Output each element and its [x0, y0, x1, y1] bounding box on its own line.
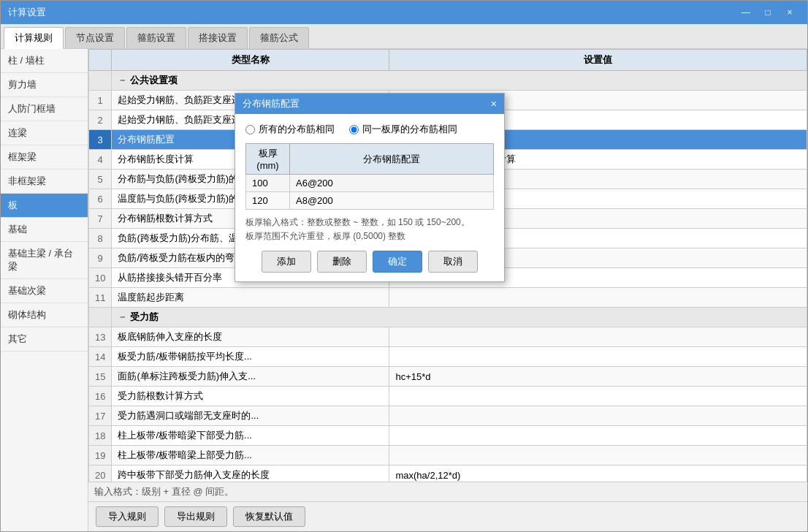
- restore-button[interactable]: □: [758, 5, 778, 20]
- close-button[interactable]: ×: [780, 5, 800, 20]
- inner-col-thickness: 板厚(mm): [246, 144, 290, 175]
- dialog-overlay: 分布钢筋配置 × 所有的分布筋相同 同一板厚的分布筋相同: [88, 49, 807, 531]
- window-controls: — □ ×: [736, 5, 800, 20]
- dialog-title: 分布钢筋配置: [243, 97, 300, 110]
- sidebar-item-coupling-beam[interactable]: 连梁: [1, 121, 88, 145]
- dialog-content: 所有的分布筋相同 同一板厚的分布筋相同 板厚(mm): [235, 114, 504, 281]
- dialog-close-button[interactable]: ×: [491, 98, 497, 110]
- sidebar-item-frame-beam[interactable]: 框架梁: [1, 145, 88, 170]
- content-area: 类型名称 设置值 －公共设置项 1 起始受力钢筋、负筋距支座边距离: [88, 49, 807, 531]
- sidebar-item-secondary-beam[interactable]: 基础次梁: [1, 279, 88, 303]
- sidebar-item-shear-wall[interactable]: 剪力墙: [1, 73, 88, 97]
- main-area: 柱 / 墙柱 剪力墙 人防门框墙 连梁 框架梁 非框架梁 板 基础 基础主梁 /…: [1, 49, 807, 531]
- tab-lap-settings[interactable]: 搭接设置: [188, 27, 248, 48]
- confirm-button[interactable]: 确定: [373, 251, 422, 273]
- radio-group: 所有的分布筋相同 同一板厚的分布筋相同: [245, 123, 494, 136]
- inner-col-config: 分布钢筋配置: [290, 144, 494, 175]
- sidebar-item-masonry[interactable]: 砌体结构: [1, 303, 88, 327]
- hint-text: 板厚输入格式：整数或整数 ~ 整数，如 150 或 150~200。 板厚范围不…: [245, 216, 494, 243]
- sidebar-item-column[interactable]: 柱 / 墙柱: [1, 49, 88, 73]
- sidebar-item-foundation-beam[interactable]: 基础主梁 / 承台梁: [1, 242, 88, 279]
- tab-calculation-rules[interactable]: 计算规则: [4, 27, 64, 49]
- tab-bar: 计算规则 节点设置 箍筋设置 搭接设置 箍筋公式: [1, 24, 807, 49]
- cancel-button[interactable]: 取消: [428, 251, 478, 273]
- dialog-buttons: 添加 删除 确定 取消: [245, 251, 494, 273]
- delete-button[interactable]: 删除: [317, 251, 367, 273]
- minimize-button[interactable]: —: [736, 5, 756, 20]
- main-window: 计算设置 — □ × 计算规则 节点设置 箍筋设置 搭接设置 箍筋公式 柱 / …: [0, 0, 808, 532]
- tab-stirrup-settings[interactable]: 箍筋设置: [126, 27, 186, 48]
- distribution-rebar-dialog: 分布钢筋配置 × 所有的分布筋相同 同一板厚的分布筋相同: [235, 93, 505, 282]
- title-bar: 计算设置 — □ ×: [1, 1, 807, 24]
- tab-stirrup-formula[interactable]: 箍筋公式: [249, 27, 309, 48]
- sidebar-item-civil-defense[interactable]: 人防门框墙: [1, 97, 88, 121]
- dialog-title-bar: 分布钢筋配置 ×: [235, 94, 504, 114]
- add-button[interactable]: 添加: [262, 251, 311, 273]
- sidebar-item-other[interactable]: 其它: [1, 327, 88, 352]
- sidebar-item-non-frame-beam[interactable]: 非框架梁: [1, 170, 88, 194]
- radio-all-same[interactable]: 所有的分布筋相同: [245, 123, 335, 136]
- radio-same-thickness[interactable]: 同一板厚的分布筋相同: [349, 123, 457, 136]
- sidebar: 柱 / 墙柱 剪力墙 人防门框墙 连梁 框架梁 非框架梁 板 基础 基础主梁 /…: [1, 49, 88, 531]
- inner-table-row[interactable]: 100 A6@200: [246, 175, 494, 192]
- sidebar-item-slab[interactable]: 板: [1, 194, 88, 218]
- tab-node-settings[interactable]: 节点设置: [65, 27, 125, 48]
- window-title: 计算设置: [8, 6, 46, 19]
- inner-settings-table: 板厚(mm) 分布钢筋配置 100 A6@200 120: [245, 143, 494, 210]
- sidebar-item-foundation[interactable]: 基础: [1, 218, 88, 242]
- inner-table-row[interactable]: 120 A8@200: [246, 192, 494, 210]
